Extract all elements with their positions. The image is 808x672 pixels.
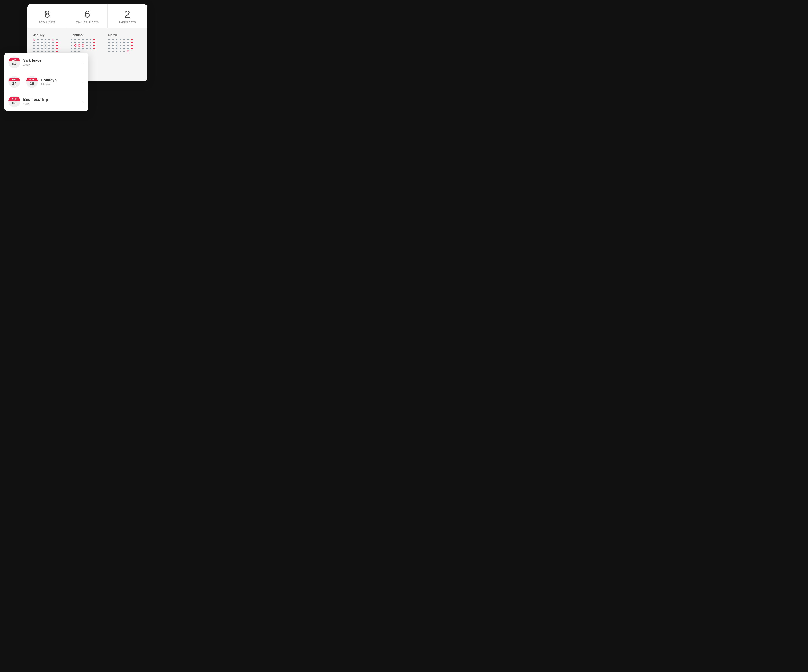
leave-item[interactable]: FEB 24 → MAR 10 Holidays 14 days → — [4, 72, 88, 92]
leave-info: Sick leave 1 day — [23, 58, 78, 66]
date-badge-end: MAR 10 — [26, 76, 38, 88]
badge-day: 24 — [12, 81, 17, 86]
dot-default — [71, 45, 72, 46]
available-days-label: AVAILABLE DAYS — [76, 21, 99, 23]
dot-default — [90, 48, 91, 49]
total-days-label: TOTAL DAYS — [39, 21, 56, 23]
dot-red — [56, 48, 58, 49]
dot-default — [82, 48, 84, 49]
dot-default — [86, 48, 88, 49]
navigate-arrow-icon[interactable]: → — [80, 60, 84, 65]
dot-default — [78, 48, 80, 49]
badge-month: APR — [8, 97, 20, 100]
dot-default — [37, 45, 39, 46]
dot-empty — [93, 50, 95, 52]
dot-red — [56, 50, 58, 52]
total-days-value: 8 — [44, 9, 50, 19]
dot-grid — [71, 39, 104, 52]
dot-default — [56, 39, 58, 40]
dot-default — [71, 39, 72, 40]
badge-month: JAN — [8, 58, 20, 62]
dot-default — [123, 39, 125, 40]
dot-default — [112, 45, 114, 46]
dot-default — [75, 50, 76, 52]
dot-default — [52, 48, 54, 49]
leave-info: Business Trip 1 día — [23, 97, 78, 105]
dot-default — [52, 45, 54, 46]
badge-month: MAR — [26, 78, 38, 81]
month-name: March — [108, 33, 142, 37]
stat-taken: 2 TAKEN DAYS — [107, 4, 147, 28]
badge-day: 08 — [12, 100, 17, 106]
dot-default — [116, 39, 117, 40]
dot-default — [90, 42, 91, 43]
dot-default — [116, 48, 117, 49]
leave-item[interactable]: APR 08 Business Trip 1 día → — [4, 92, 88, 111]
dot-red — [93, 48, 95, 49]
dot-default — [120, 48, 121, 49]
navigate-arrow-icon[interactable]: → — [80, 80, 84, 84]
dot-default — [71, 42, 72, 43]
dot-default — [45, 42, 46, 43]
available-days-value: 6 — [85, 9, 90, 19]
leave-info: Holidays 14 days — [41, 78, 78, 86]
dot-default — [123, 50, 125, 52]
dot-default — [120, 45, 121, 46]
date-badge-start: APR 08 — [8, 95, 20, 107]
dot-red — [56, 45, 58, 46]
dot-default — [48, 42, 50, 43]
dot-default — [116, 42, 117, 43]
dot-default — [75, 48, 76, 49]
dot-default — [71, 48, 72, 49]
dot-default — [78, 50, 80, 52]
dot-red — [131, 42, 133, 43]
dot-default — [120, 42, 121, 43]
leave-title: Holidays — [41, 78, 78, 82]
dot-grid — [33, 39, 67, 52]
dot-default — [108, 48, 110, 49]
leave-days: 14 days — [41, 83, 78, 86]
dot-default — [37, 42, 39, 43]
dot-default — [41, 45, 42, 46]
dot-default — [127, 48, 129, 49]
stat-total: 8 TOTAL DAYS — [27, 4, 67, 28]
stats-row: 8 TOTAL DAYS 6 AVAILABLE DAYS 2 TAKEN DA… — [27, 4, 147, 28]
dot-default — [45, 45, 46, 46]
arrow-between-dates-icon: → — [22, 80, 25, 84]
dot-default — [82, 42, 84, 43]
dot-default — [127, 39, 129, 40]
dot-default — [41, 39, 42, 40]
dot-empty — [82, 50, 84, 52]
dot-default — [108, 39, 110, 40]
dot-default — [112, 42, 114, 43]
dot-default — [127, 45, 129, 46]
dot-default — [41, 50, 42, 52]
dot-default — [116, 45, 117, 46]
dot-default — [37, 50, 39, 52]
navigate-arrow-icon[interactable]: → — [80, 99, 84, 104]
dot-default — [71, 50, 72, 52]
dot-red-outline — [127, 50, 129, 52]
dot-default — [75, 39, 76, 40]
badge-day: 10 — [30, 81, 34, 86]
dot-default — [108, 45, 110, 46]
scene: 8 TOTAL DAYS 6 AVAILABLE DAYS 2 TAKEN DA… — [4, 4, 147, 135]
dot-default — [116, 50, 117, 52]
dot-default — [48, 45, 50, 46]
dot-red — [131, 45, 133, 46]
leaves-card: JAN 04 Sick leave 1 day → FEB 24 → MAR 1… — [4, 53, 88, 111]
taken-days-label: TAKEN DAYS — [119, 21, 136, 23]
dot-default — [45, 39, 46, 40]
month-name: February — [71, 33, 104, 37]
stat-available: 6 AVAILABLE DAYS — [67, 4, 107, 28]
dot-red-outline — [78, 44, 80, 47]
dot-default — [41, 42, 42, 43]
dot-empty — [90, 50, 91, 52]
dot-default — [123, 48, 125, 49]
dot-default — [112, 39, 114, 40]
month-block-february: February — [71, 33, 104, 52]
leave-item[interactable]: JAN 04 Sick leave 1 day → — [4, 53, 88, 72]
date-badge-start: JAN 04 — [8, 57, 20, 68]
dot-default — [86, 42, 88, 43]
dot-default — [48, 48, 50, 49]
